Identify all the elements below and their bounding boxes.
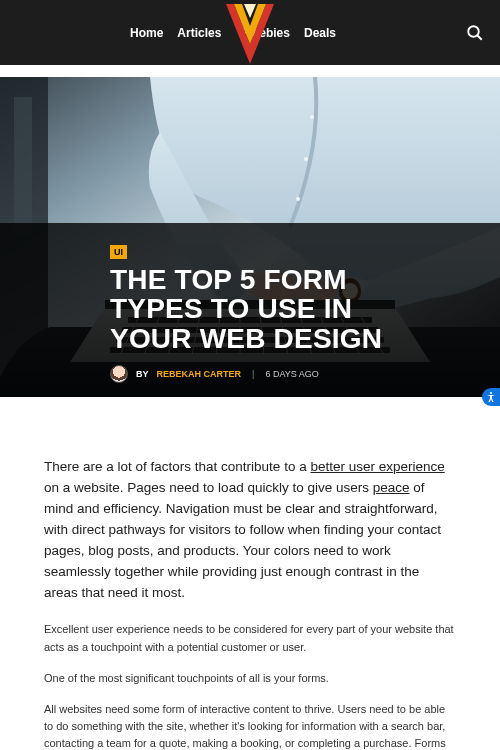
nav-articles[interactable]: Articles: [177, 26, 221, 40]
svg-point-3: [468, 26, 479, 37]
paragraph: One of the most significant touchpoints …: [44, 670, 456, 687]
svg-point-30: [490, 392, 492, 394]
article-body: There are a lot of factors that contribu…: [0, 397, 500, 750]
svg-point-8: [310, 115, 314, 119]
link-better-ux[interactable]: better user experience: [310, 459, 444, 474]
author-avatar[interactable]: [110, 365, 128, 383]
svg-rect-7: [14, 97, 32, 237]
byline-separator: |: [252, 369, 254, 379]
search-icon[interactable]: [466, 24, 484, 42]
by-prefix: BY: [136, 369, 149, 379]
svg-point-10: [296, 197, 300, 201]
paragraph: All websites need some form of interacti…: [44, 701, 456, 750]
author-link[interactable]: REBEKAH CARTER: [157, 369, 242, 379]
lead-text: on a website. Pages need to load quickly…: [44, 480, 373, 495]
svg-line-4: [477, 35, 482, 40]
nav-deals[interactable]: Deals: [304, 26, 336, 40]
svg-point-9: [304, 157, 308, 161]
category-tag[interactable]: UI: [110, 245, 127, 259]
hero-overlay: UI THE TOP 5 FORM TYPES TO USE IN YOUR W…: [0, 223, 500, 397]
lead-text: of mind and efficiency. Navigation must …: [44, 480, 441, 600]
byline: BY REBEKAH CARTER | 6 DAYS AGO: [110, 365, 460, 383]
paragraph: Excellent user experience needs to be co…: [44, 621, 456, 655]
link-peace[interactable]: peace: [373, 480, 410, 495]
site-header: Home Articles Freebies Deals: [0, 0, 500, 65]
site-logo[interactable]: [226, 4, 274, 68]
lead-text: There are a lot of factors that contribu…: [44, 459, 310, 474]
article-hero: UI THE TOP 5 FORM TYPES TO USE IN YOUR W…: [0, 77, 500, 397]
accessibility-icon[interactable]: [482, 388, 500, 406]
lead-paragraph: There are a lot of factors that contribu…: [44, 457, 456, 603]
nav-home[interactable]: Home: [130, 26, 163, 40]
publish-date: 6 DAYS AGO: [265, 369, 318, 379]
article-title: THE TOP 5 FORM TYPES TO USE IN YOUR WEB …: [110, 265, 440, 353]
